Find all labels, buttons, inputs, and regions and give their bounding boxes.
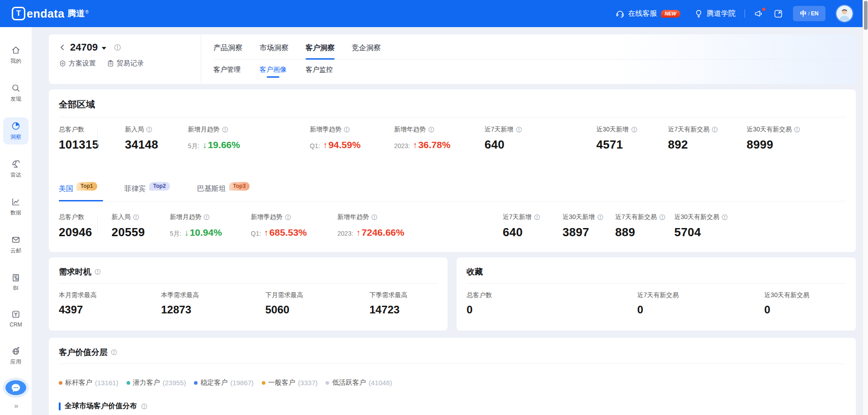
stat-label: 本季需求最高 [161, 291, 265, 299]
data-chart-icon [11, 197, 21, 207]
sidebar-collapse-button[interactable]: » [14, 401, 17, 410]
tab-product-insight[interactable]: 产品洞察 [213, 43, 242, 59]
stat-trades-7days: 近7天有新交易 889 [615, 213, 675, 239]
legend-low-activity-customers[interactable]: 低活跃客户 (41048) [326, 378, 392, 387]
info-icon[interactable] [428, 126, 434, 133]
stat-trades-7days: 近7天有新交易 892 [668, 126, 746, 152]
back-chevron-icon[interactable] [59, 44, 66, 51]
stat-new-7days: 近7天新增 640 [485, 126, 596, 152]
online-service-link[interactable]: 在线客服 NEW [615, 9, 680, 19]
legend-general-customers[interactable]: 一般客户 (3337) [262, 378, 317, 387]
legend-dot-icon [262, 381, 265, 385]
sidebar-item-mail[interactable]: 云邮 [3, 231, 28, 258]
plan-dropdown-caret[interactable] [102, 47, 106, 50]
stat-value: 14723 [369, 303, 438, 316]
info-icon[interactable] [659, 214, 665, 220]
country-tab-pakistan[interactable]: 巴基斯坦 Top3 [197, 184, 250, 201]
stat-value: 4397 [59, 303, 161, 316]
legend-count: (19867) [230, 379, 254, 387]
stat-value: 101315 [59, 138, 125, 152]
academy-label: 腾道学院 [707, 9, 736, 19]
info-icon[interactable] [534, 214, 540, 220]
sidebar-item-data[interactable]: 数据 [3, 193, 28, 220]
stat-total-customers: 总客户数 101315 [59, 126, 125, 152]
info-icon[interactable] [141, 403, 147, 410]
region-stats-card: 全部区域 总客户数 101315 新入局 34148 新增月趋势 5月: [49, 89, 856, 252]
info-icon[interactable] [146, 126, 152, 133]
stat-yearly-trend: 新增年趋势 2023: ↑7246.66% [337, 213, 503, 239]
info-icon[interactable] [203, 214, 210, 220]
sidebar-item-bi[interactable]: BI BI [3, 269, 28, 295]
legend-benchmark-customers[interactable]: 标杆客户 (13161) [59, 378, 118, 387]
legend-stable-customers[interactable]: 稳定客户 (19867) [194, 378, 254, 387]
stat-value: 20946 [59, 225, 112, 239]
academy-link[interactable]: 腾道学院 [694, 9, 736, 19]
stat-demand-this-month: 本月需求最高 4397 [59, 291, 161, 316]
legend-label: 潜力客户 [133, 378, 160, 387]
info-icon[interactable] [371, 214, 377, 220]
country-tab-usa[interactable]: 美国 Top1 [59, 184, 97, 201]
stat-value: 640 [503, 225, 562, 239]
stat-new-entrants: 新入局 20559 [112, 213, 170, 239]
plan-id[interactable]: 24709 [70, 42, 98, 53]
sidebar-item-radar[interactable]: 雷达 [3, 155, 28, 182]
info-icon[interactable] [114, 44, 121, 51]
info-icon[interactable] [712, 126, 718, 133]
plan-settings-button[interactable]: 方案设置 [59, 59, 96, 68]
expand-icon [774, 9, 783, 19]
info-icon[interactable] [722, 214, 728, 220]
stat-label: 新增年趋势 [394, 126, 426, 134]
stat-monthly-trend: 新增月趋势 5月: ↓10.94% [170, 213, 250, 239]
user-avatar[interactable] [836, 5, 853, 22]
info-icon[interactable] [111, 349, 117, 355]
sidebar-item-mine[interactable]: 我的 [3, 42, 28, 69]
info-icon[interactable] [222, 126, 228, 133]
tab-competitor-insight[interactable]: 竞企洞察 [352, 43, 381, 59]
section-title-all-regions: 全部区域 [59, 89, 846, 111]
tab-market-insight[interactable]: 市场洞察 [259, 43, 288, 59]
arrow-down-icon: ↓ [184, 228, 189, 238]
legend-potential-customers[interactable]: 潜力客户 (23955) [127, 378, 186, 387]
info-icon[interactable] [597, 214, 604, 220]
info-icon[interactable] [631, 126, 637, 133]
sidebar-item-crm[interactable]: CRM [3, 306, 28, 331]
subtab-customer-monitoring[interactable]: 客户监控 [306, 65, 333, 80]
legend-label: 低活跃客户 [332, 378, 366, 387]
country-tab-philippines[interactable]: 菲律宾 Top2 [124, 184, 170, 201]
fullscreen-button[interactable] [774, 9, 783, 19]
avatar-illustration [836, 5, 853, 22]
sidebar-item-apps[interactable]: 应用 [3, 342, 28, 369]
stat-label: 新增季趋势 [310, 126, 341, 134]
trade-records-label: 贸易记录 [117, 59, 144, 68]
notification-dot [762, 8, 765, 11]
customer-value-tiers-card: 客户价值分层 标杆客户 (13161) 潜力客户 (23955) 稳定客户 [49, 338, 856, 415]
tiers-title: 客户价值分层 [59, 338, 846, 358]
stat-value: 5704 [674, 225, 846, 239]
clipboard-icon [107, 60, 114, 67]
trade-records-button[interactable]: 贸易记录 [107, 59, 144, 68]
sidebar-item-insight[interactable]: 洞察 [3, 117, 28, 145]
info-icon[interactable] [794, 126, 800, 133]
info-icon[interactable] [516, 126, 522, 133]
sidebar-item-discover[interactable]: 发现 [3, 79, 28, 107]
scrollbar-thumb[interactable] [864, 1, 868, 30]
page-scrollbar[interactable] [863, 0, 868, 415]
language-toggle[interactable]: 中 / EN [793, 6, 826, 21]
lang-zh: 中 [800, 9, 807, 18]
stat-value: 892 [668, 138, 746, 152]
sidebar-item-label: BI [13, 285, 18, 291]
brand-logo[interactable]: T endata 腾道 ® [12, 7, 89, 20]
info-icon[interactable] [94, 269, 101, 275]
arrow-up-icon: ↑ [356, 228, 361, 238]
subtab-customer-management[interactable]: 客户管理 [213, 65, 241, 80]
subtab-customer-profile[interactable]: 客户画像 [259, 65, 287, 80]
stat-label: 新增月趋势 [188, 126, 220, 134]
tab-customer-insight[interactable]: 客户洞察 [306, 43, 335, 59]
insight-tabs: 产品洞察 市场洞察 客户洞察 竞企洞察 客户管理 客户画像 客户监控 [201, 34, 856, 84]
trend-prefix: Q1: [251, 230, 261, 237]
info-icon[interactable] [285, 214, 291, 220]
info-icon[interactable] [133, 214, 139, 220]
info-icon[interactable] [344, 126, 350, 133]
customer-service-fab[interactable] [5, 380, 26, 395]
announcements-button[interactable] [754, 9, 764, 19]
